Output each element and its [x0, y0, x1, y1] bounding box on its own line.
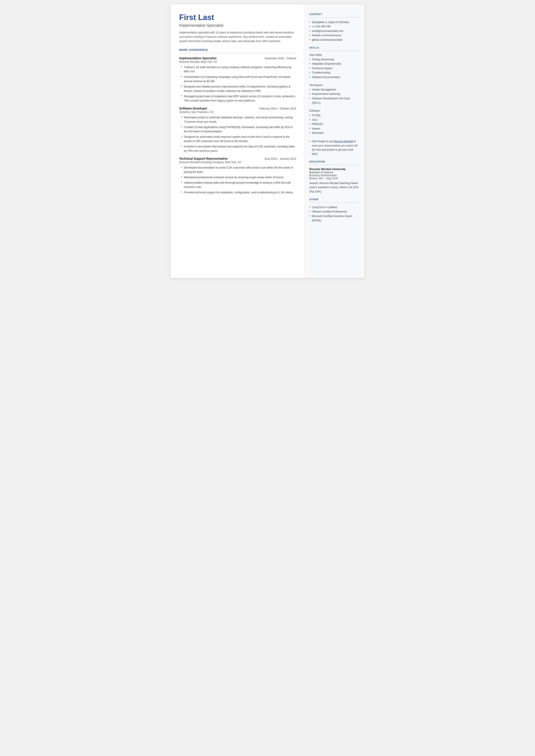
other-label: OTHER — [309, 198, 359, 201]
right-column: CONTACT Springfield, IL (Open to Remote)… — [304, 4, 365, 278]
list-item: Requirements Gathering — [309, 92, 359, 96]
contact-label: CONTACT — [309, 13, 359, 15]
left-column: First Last Implementation Specialist Imp… — [171, 4, 304, 278]
promo-text: Don't forget to use Resume Worded to sca… — [309, 139, 359, 156]
list-item: email@resumeworded.com — [309, 29, 359, 33]
job-3-dates: June 2010 – January 2013 — [264, 157, 296, 160]
education-label: EDUCATION — [309, 160, 359, 163]
other-section: OTHER CompTIA A+ Certified. VMware Certi… — [309, 198, 359, 223]
list-item: Orchestrated 210 marketing campaigns usi… — [181, 75, 296, 83]
list-item: Wireshark — [309, 131, 359, 135]
job-3-title: Technical Support Representative — [179, 157, 228, 160]
list-item: Developed scripts to automate database b… — [181, 115, 296, 124]
list-item: Testing (Advanced) — [309, 57, 359, 62]
contact-section: CONTACT Springfield, IL (Open to Remote)… — [309, 13, 359, 42]
candidate-summary: Implementation specialist with 10 years … — [179, 30, 296, 43]
skills-section: SKILLS Hard Skills: Testing (Advanced) I… — [309, 46, 359, 156]
job-1-bullets: Trained 1.1K staff members on using comp… — [181, 65, 296, 103]
edu-major: Business Administration — [309, 174, 359, 177]
techniques-label: Techniques: — [309, 84, 359, 87]
list-item: Microsoft Certified Solutions Expert (MC… — [309, 214, 359, 223]
edu-school: Resume Worded University — [309, 167, 359, 171]
work-experience-label: WORK EXPERIENCE — [179, 48, 296, 51]
job-3: Technical Support Representative June 20… — [179, 157, 296, 195]
job-1-company: Resume Worded, New York, NY — [179, 60, 296, 63]
list-item: Integration (Experienced) — [309, 62, 359, 66]
list-item: Designed and initiated process improveme… — [181, 84, 296, 93]
list-item: Created 13 web applications using PHP/My… — [181, 125, 296, 134]
list-item: PL/SQL — [309, 113, 359, 118]
hard-skills-list: Testing (Advanced) Integration (Experien… — [309, 57, 359, 79]
list-item: Java — [309, 118, 359, 122]
list-item: Provided technical support for installat… — [181, 190, 296, 195]
list-item: Utilized problem-solving skills and thor… — [181, 181, 296, 189]
resume-page: First Last Implementation Specialist Imp… — [171, 4, 365, 278]
list-item: github.com/resumeworded — [309, 38, 359, 42]
job-1: Implementation Specialist November 2015 … — [179, 56, 296, 103]
work-experience-section: WORK EXPERIENCE Implementation Specialis… — [179, 48, 296, 195]
job-3-company: Resume Worded's Exciting Company, New Yo… — [179, 161, 296, 164]
edu-degree: Bachelor of Science — [309, 171, 359, 174]
software-label: Software: — [309, 109, 359, 112]
header-section: First Last Implementation Specialist Imp… — [179, 13, 296, 43]
list-item: CompTIA A+ Certified. — [309, 205, 359, 210]
promo-link[interactable]: Resume Worded — [334, 140, 353, 143]
list-item: Invented a new system that tracked and a… — [181, 144, 296, 153]
list-item: Technical Support — [309, 66, 359, 70]
job-2-bullets: Developed scripts to automate database b… — [181, 115, 296, 153]
contact-divider — [309, 17, 359, 17]
job-3-header: Technical Support Representative June 20… — [179, 157, 296, 160]
job-2-dates: February 2013 – October 2015 — [259, 107, 296, 110]
software-list: PL/SQL Java PRINCE2 Veeam Wireshark — [309, 113, 359, 135]
candidate-name: First Last — [179, 13, 296, 22]
list-item: Managed project team to implement new ER… — [181, 94, 296, 103]
job-2-header: Software Developer February 2013 – Octob… — [179, 107, 296, 110]
job-1-header: Implementation Specialist November 2015 … — [179, 56, 296, 60]
list-item: Software Documentation — [309, 75, 359, 79]
edu-awards: Awards: Resume Worded Teaching Fellow (o… — [309, 181, 359, 194]
list-item: Troubleshooting — [309, 70, 359, 75]
list-item: Designed an automated email response sys… — [181, 135, 296, 143]
job-2-company: Growthsi, San Francisco, CA — [179, 111, 296, 114]
job-3-bullets: Developed documentation to assist 5.2K c… — [181, 165, 296, 195]
job-1-dates: November 2015 – Present — [265, 57, 296, 60]
list-item: Trained 1.1K staff members on using comp… — [181, 65, 296, 74]
list-item: Software Development Life Cycle (SDLC) — [309, 96, 359, 105]
job-2: Software Developer February 2013 – Octob… — [179, 107, 296, 153]
other-list: CompTIA A+ Certified. VMware Certified P… — [309, 205, 359, 223]
list-item: Veeam — [309, 126, 359, 131]
list-item: VMware Certified Professional. — [309, 210, 359, 214]
techniques-list: Vendor Management Requirements Gathering… — [309, 88, 359, 105]
contact-list: Springfield, IL (Open to Remote) +1-234-… — [309, 20, 359, 42]
candidate-title: Implementation Specialist — [179, 23, 296, 28]
list-item: Vendor Management — [309, 88, 359, 92]
job-2-title: Software Developer — [179, 107, 208, 110]
promo-prefix: Don't forget to use — [312, 140, 334, 143]
skills-label: SKILLS — [309, 46, 359, 49]
list-item: linkedin.com/in/username — [309, 33, 359, 38]
list-item: +1-234-456-789 — [309, 24, 359, 29]
edu-location: Boston, MA — May 2010 — [309, 177, 359, 180]
education-section: EDUCATION Resume Worded University Bache… — [309, 160, 359, 194]
list-item: Developed documentation to assist 5.2K c… — [181, 165, 296, 174]
list-item: Maintained professional customer service… — [181, 175, 296, 180]
list-item: PRINCE2 — [309, 122, 359, 126]
hard-skills-label: Hard Skills: — [309, 53, 359, 56]
list-item: Springfield, IL (Open to Remote) — [309, 20, 359, 24]
job-1-title: Implementation Specialist — [179, 56, 216, 60]
other-divider — [309, 202, 359, 203]
